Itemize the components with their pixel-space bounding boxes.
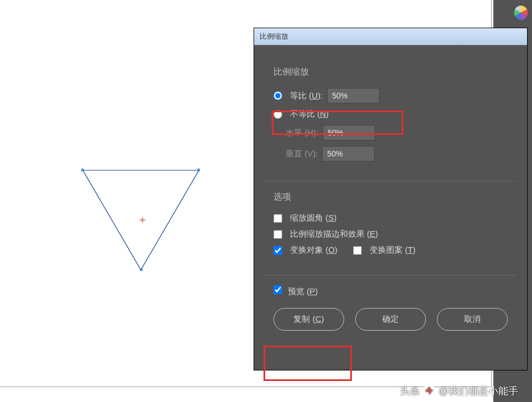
scale-strokes-checkbox[interactable] xyxy=(273,230,282,239)
dialog-title[interactable]: 比例缩放 xyxy=(254,28,527,45)
scale-section-title: 比例缩放 xyxy=(273,66,508,78)
uniform-row[interactable]: 等比 (U): xyxy=(273,88,508,103)
options-title: 选项 xyxy=(273,191,508,203)
transform-objects-checkbox[interactable] xyxy=(273,246,282,255)
center-reference-icon xyxy=(139,217,146,223)
vertical-label: 垂直 (V): xyxy=(286,149,318,159)
scale-dialog: 比例缩放 比例缩放 等比 (U): 不等比 (N) 水平 (H): 垂直 (V)… xyxy=(254,28,528,370)
cancel-button[interactable]: 取消 xyxy=(437,308,508,331)
copy-button[interactable]: 复制 (C) xyxy=(273,308,344,331)
scale-strokes-row[interactable]: 比例缩放描边和效果 (E) xyxy=(273,229,508,239)
vertical-row: 垂直 (V): xyxy=(286,146,508,161)
transform-objects-row[interactable]: 变换对象 (O) xyxy=(273,245,338,255)
color-wheel-icon[interactable] xyxy=(513,4,529,21)
watermark-text: @我们都是小能手 xyxy=(439,384,518,398)
transform-objects-label: 变换对象 (O) xyxy=(290,245,338,255)
highlight-copy xyxy=(264,346,352,381)
watermark-prefix: 头条 xyxy=(400,384,420,398)
uniform-input[interactable] xyxy=(327,88,380,103)
scale-corners-checkbox[interactable] xyxy=(273,214,282,223)
transform-patterns-row[interactable]: 变换图案 (T) xyxy=(353,245,415,255)
highlight-uniform xyxy=(272,111,403,135)
watermark-icon: 今 xyxy=(423,385,435,397)
watermark: 头条 今 @我们都是小能手 xyxy=(400,384,518,398)
transform-patterns-label: 变换图案 (T) xyxy=(370,245,415,255)
uniform-label: 等比 (U): xyxy=(290,91,323,101)
transform-patterns-checkbox[interactable] xyxy=(353,246,362,255)
anchor-top-right[interactable] xyxy=(197,169,200,171)
preview-checkbox[interactable] xyxy=(273,285,282,294)
options-section: 选项 缩放圆角 (S) 比例缩放描边和效果 (E) 变换对象 (O) 变换图案 … xyxy=(265,181,516,275)
scale-corners-row[interactable]: 缩放圆角 (S) xyxy=(273,213,508,223)
vertical-input[interactable] xyxy=(322,146,375,161)
preview-row[interactable]: 预览 (P) xyxy=(265,275,516,302)
scale-strokes-label: 比例缩放描边和效果 (E) xyxy=(290,229,378,239)
preview-label: 预览 (P) xyxy=(288,286,318,296)
anchor-bottom[interactable] xyxy=(140,268,143,271)
scale-corners-label: 缩放圆角 (S) xyxy=(290,213,336,223)
uniform-radio[interactable] xyxy=(273,91,282,100)
anchor-top-left[interactable] xyxy=(81,169,84,171)
ok-button[interactable]: 确定 xyxy=(355,308,426,331)
